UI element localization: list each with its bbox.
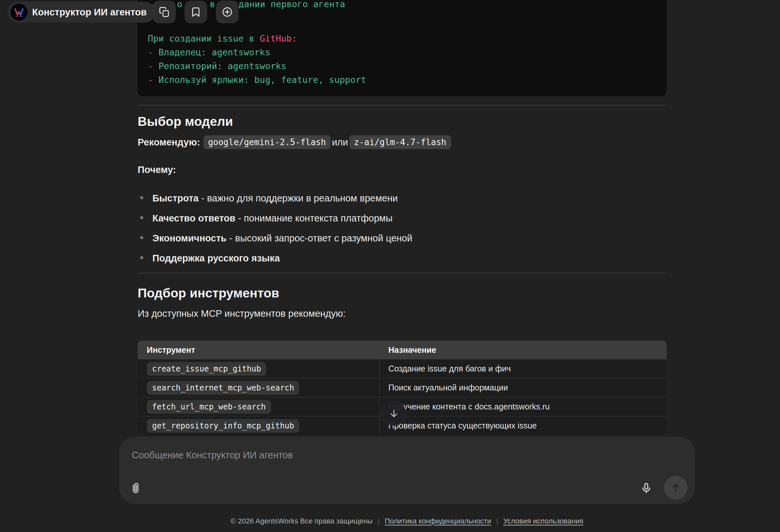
tool-purpose: Проверка статуса существующих issue	[380, 416, 667, 435]
code-text-green: Используй ярлыки: bug, feature, support	[153, 75, 366, 85]
list-item: Поддержка русского языка	[140, 253, 280, 264]
bullet-icon	[140, 236, 143, 239]
table-header-row: Инструмент Назначение	[138, 341, 667, 359]
footer-separator: |	[378, 518, 380, 525]
code-line-intro: При создании issue в GitHub:	[148, 32, 660, 46]
bullet-text: Поддержка русского языка	[152, 253, 280, 264]
tool-purpose: Поиск актуальной информации	[380, 378, 667, 397]
microphone-icon	[640, 482, 652, 495]
bullet-term: Поддержка русского языка	[152, 253, 280, 263]
code-fragment: в	[210, 0, 215, 11]
tool-purpose: Создание issue для багов и фич	[380, 359, 667, 378]
code-dash: -	[148, 47, 153, 57]
section-heading-model: Выбор модели	[138, 114, 233, 129]
code-dash: -	[148, 61, 153, 71]
agent-logo	[10, 4, 28, 21]
new-chat-button[interactable]	[216, 1, 239, 23]
code-fragment: о	[177, 0, 182, 11]
send-button[interactable]	[664, 476, 688, 499]
tools-intro: Из доступных MCP инструментов рекомендую…	[138, 308, 345, 319]
recommend-label: Рекомендую:	[138, 137, 200, 148]
tool-name-pill: search_internet_mcp_web-search	[147, 381, 299, 395]
logo-w-icon	[10, 4, 28, 21]
composer-placeholder[interactable]: Сообщение Конструктор ИИ агентов	[132, 450, 293, 461]
bullet-term: Экономичность	[152, 233, 227, 244]
scroll-to-bottom-button[interactable]	[382, 401, 406, 426]
copy-button[interactable]	[153, 1, 176, 23]
tool-name-pill: fetch_url_mcp_web-search	[147, 400, 271, 414]
footer: © 2026 AgentsWorks Все права защищены | …	[119, 517, 694, 525]
bullet-icon	[140, 196, 143, 199]
conjunction-text: или	[332, 137, 348, 148]
bullet-desc: - важно для поддержки в реальном времени	[199, 193, 398, 203]
footer-separator: |	[496, 518, 498, 525]
column-header-purpose: Назначение	[380, 341, 667, 359]
message-composer[interactable]: Сообщение Конструктор ИИ агентов	[119, 437, 694, 504]
arrow-down-icon	[389, 408, 399, 419]
code-line: - Владелец: agentsworks	[148, 46, 660, 59]
bookmark-button[interactable]	[185, 1, 207, 23]
model-primary-pill: google/gemini-2.5-flash	[203, 135, 331, 149]
tool-name-pill: get_repository_info_mcp_github	[147, 419, 299, 433]
agent-title: Конструктор ИИ агентов	[32, 7, 147, 18]
why-label: Почему:	[138, 164, 176, 175]
attach-file-button[interactable]	[127, 480, 144, 497]
tool-name-pill: create_issue_mcp_github	[147, 362, 266, 376]
bullet-desc: - высокий запрос-ответ с разумной ценой	[227, 233, 412, 244]
arrow-up-icon	[670, 482, 681, 493]
section-divider	[138, 105, 666, 105]
code-fragment: дании первого агента	[239, 0, 345, 11]
chat-screen: арифам и лимитам - о в дании первого аге…	[0, 0, 780, 532]
plus-circle-icon	[222, 7, 233, 17]
table-row: create_issue_mcp_github Создание issue д…	[138, 359, 667, 378]
bookmark-icon	[190, 7, 201, 17]
list-item: Быстрота - важно для поддержки в реально…	[140, 193, 398, 204]
code-text-green: Владелец: agentsworks	[153, 47, 271, 57]
privacy-policy-link[interactable]: Политика конфиденциальности	[385, 517, 491, 525]
bullet-icon	[140, 256, 143, 259]
microphone-button[interactable]	[638, 480, 655, 497]
column-header-tool: Инструмент	[138, 341, 380, 359]
model-secondary-pill: z-ai/glm-4.7-flash	[349, 135, 451, 149]
code-text-pink: GitHub:	[259, 34, 297, 44]
tool-purpose: Получение контента с docs.agentsworks.ru	[380, 397, 667, 416]
section-divider	[138, 273, 666, 273]
terms-of-use-link[interactable]: Условия использования	[503, 517, 583, 525]
list-item: Качество ответов - понимание контекста п…	[140, 213, 393, 224]
bullet-term: Быстрота	[152, 193, 199, 203]
code-dash: -	[148, 75, 153, 85]
section-heading-tools: Подбор инструментов	[138, 286, 279, 301]
code-line: - Используй ярлыки: bug, feature, suppor…	[148, 73, 660, 87]
code-line: - Репозиторий: agentsworks	[148, 59, 660, 73]
model-recommendation: Рекомендую: google/gemini-2.5-flash или …	[138, 134, 452, 151]
copy-icon	[159, 7, 170, 17]
list-item: Экономичность - высокий запрос-ответ с р…	[140, 233, 412, 244]
code-text-green: Репозиторий: agentsworks	[153, 61, 286, 71]
bullet-desc: - понимание контекста платформы	[235, 213, 392, 223]
bullet-term: Качество ответов	[152, 213, 235, 223]
agent-header-pill[interactable]: Конструктор ИИ агентов	[7, 2, 155, 22]
bullet-text: Качество ответов - понимание контекста п…	[152, 213, 393, 224]
copyright-text: © 2026 AgentsWorks Все права защищены	[230, 517, 373, 525]
table-row: search_internet_mcp_web-search Поиск акт…	[138, 378, 667, 397]
bullet-icon	[140, 216, 143, 219]
bullet-text: Экономичность - высокий запрос-ответ с р…	[152, 233, 412, 244]
bullet-text: Быстрота - важно для поддержки в реально…	[152, 193, 398, 204]
paperclip-icon	[130, 482, 142, 495]
code-text-green: При создании issue в	[148, 34, 259, 44]
